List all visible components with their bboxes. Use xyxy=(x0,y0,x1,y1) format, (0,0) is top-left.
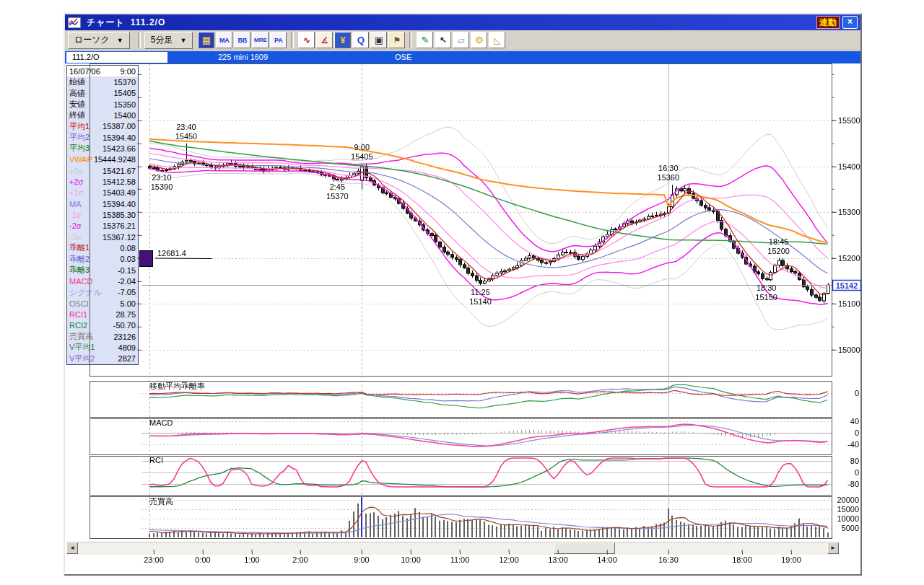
quote-row: 平均215394.40 xyxy=(67,132,138,143)
quote-row: 乖離3-0.15 xyxy=(67,265,138,276)
quote-row: -3σ15367.12 xyxy=(67,232,138,242)
flag-chart-icon[interactable]: ⚑ xyxy=(388,32,405,48)
mre-button[interactable]: MRE xyxy=(252,32,269,48)
quote-row: -2σ15376.21 xyxy=(67,221,138,232)
axis-chart-icon[interactable]: ∡ xyxy=(316,32,333,48)
scroll-left-button[interactable]: ◄ xyxy=(66,542,78,554)
quote-row: RCI128.75 xyxy=(67,309,138,320)
chart-type-dropdown[interactable]: ローソク▼ xyxy=(68,32,130,49)
link-button[interactable]: 連動 xyxy=(816,16,840,29)
quote-row: -1σ15385.30 xyxy=(67,209,138,220)
quote-row: シグナル-7.05 xyxy=(67,287,138,298)
quote-row: 終値15400 xyxy=(67,110,138,120)
quote-row: V平均22827 xyxy=(67,353,138,364)
chart-window: チャート 111.2/O 連動 × ローソク▼5分足▼▦MABBMREPA∿∡¥… xyxy=(64,13,862,576)
ruler-icon[interactable]: ◺ xyxy=(489,32,505,48)
chart-layout-icon[interactable]: ▦ xyxy=(198,32,214,48)
dropdown-arrow-icon: ▼ xyxy=(180,37,186,44)
cursor-icon[interactable]: ↖ xyxy=(435,32,451,48)
quote-row: +1σ15403.49 xyxy=(67,188,138,198)
quote-row: 平均315423.66 xyxy=(67,143,138,154)
quote-row: 始値15370 xyxy=(67,76,138,87)
window-title-symbol: 111.2/O xyxy=(131,17,165,27)
quote-row: RCI2-50.70 xyxy=(67,320,138,331)
quote-row: 乖離20.03 xyxy=(67,254,138,265)
line-chart-icon[interactable]: ∿ xyxy=(298,32,315,48)
quote-row: 安値15350 xyxy=(67,99,138,110)
quote-row: 高値15405 xyxy=(67,88,138,99)
quote-row: +2σ15412.58 xyxy=(67,176,138,187)
currency-icon[interactable]: ¥ xyxy=(334,32,351,48)
title-bar[interactable]: チャート 111.2/O 連動 × xyxy=(65,14,860,30)
kanji-settings-icon[interactable]: ▣ xyxy=(370,32,387,48)
pa-button[interactable]: PA xyxy=(270,32,287,48)
time-scrollbar[interactable]: ◄► xyxy=(66,542,839,555)
quote-row: 平均115387.00 xyxy=(67,121,138,132)
quote-row: +3σ15421.67 xyxy=(67,165,138,176)
quote-row: 売買高23126 xyxy=(67,331,138,342)
scrollbar-thumb[interactable] xyxy=(554,542,615,554)
close-button[interactable]: × xyxy=(842,16,858,29)
quote-row: MACD-2.04 xyxy=(67,276,138,286)
exchange-name: OSE xyxy=(395,52,411,63)
quote-row: 16/07/069:00 xyxy=(67,66,138,76)
instrument-name: 225 mini 1609 xyxy=(218,52,268,63)
quote-row: V平均14809 xyxy=(67,342,138,353)
scroll-right-button[interactable]: ► xyxy=(827,542,839,554)
instrument-bar: 111.2/O 225 mini 1609 OSE xyxy=(65,51,860,63)
pencil-icon[interactable]: ✎ xyxy=(417,32,433,48)
dropdown-arrow-icon: ▼ xyxy=(117,37,123,44)
bb-button[interactable]: BB xyxy=(234,32,250,48)
quote-row: VWAP15444.9248 xyxy=(67,154,138,165)
ma-button[interactable]: MA xyxy=(216,32,232,48)
gears-icon[interactable]: ⚙ xyxy=(471,32,487,48)
symbol-code-box[interactable]: 111.2/O xyxy=(66,52,167,63)
trading-chart-app: { "window": { "title": "チャート", "title_sy… xyxy=(0,0,924,585)
quote-row: OSCI5.00 xyxy=(67,298,138,309)
quote-row: 乖離10.08 xyxy=(67,242,138,253)
zoom-icon[interactable]: Q xyxy=(352,32,369,48)
app-icon xyxy=(68,17,81,28)
quote-row: MA15394.40 xyxy=(67,198,138,209)
quote-data-panel: 16/07/069:00始値15370高値15405安値15350終値15400… xyxy=(66,65,139,365)
window-title: チャート xyxy=(87,17,125,29)
toolbar: ローソク▼5分足▼▦MABBMREPA∿∡¥Q▣⚑✎↖▱⚙◺ xyxy=(65,30,860,50)
eraser-icon[interactable]: ▱ xyxy=(453,32,469,48)
timeframe-dropdown[interactable]: 5分足▼ xyxy=(144,32,193,49)
